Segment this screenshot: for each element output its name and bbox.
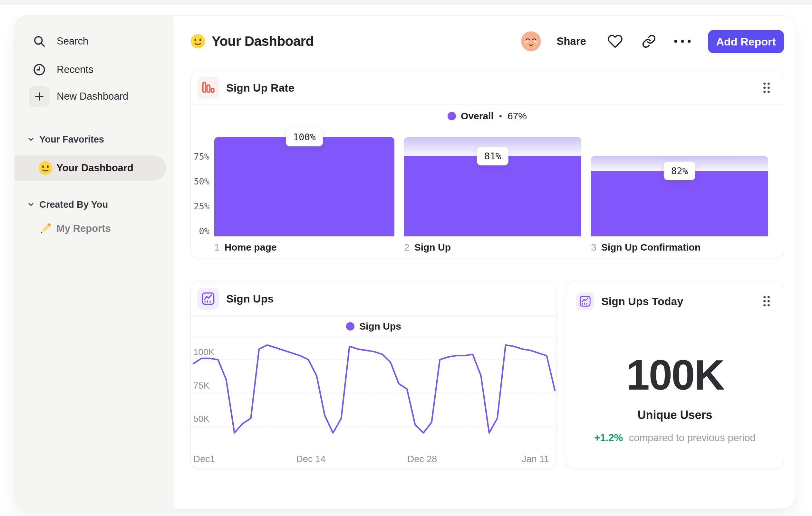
funnel-step-name: Home page — [225, 242, 277, 252]
share-label: Share — [556, 35, 586, 47]
funnel-y-tick-label: 50% — [191, 176, 209, 187]
add-report-button[interactable]: Add Report — [708, 30, 784, 53]
line-chart-plot[interactable]: 100K75K50K — [191, 337, 557, 449]
funnel-y-tick-label: 0% — [191, 225, 209, 237]
legend[interactable]: Sign Ups — [191, 316, 556, 337]
sidebar-item-search[interactable]: Search — [15, 29, 173, 54]
legend-series-label: Sign Ups — [359, 321, 401, 332]
funnel-bar[interactable] — [591, 171, 768, 236]
pencil-emoji-icon — [38, 222, 53, 236]
card-header: Sign Ups Today — [566, 282, 784, 321]
funnel-step-name: Sign Up Confirmation — [601, 242, 700, 252]
smiley-emoji-icon — [191, 34, 205, 49]
funnel-step-name: Sign Up — [414, 242, 451, 252]
screen-top-edge — [0, 0, 812, 5]
funnel-chart: 75%50%25%0%100%1Home page81%2Sign Up82%3… — [191, 71, 784, 258]
sidebar-section-created-by-you[interactable]: Created By You — [27, 198, 108, 211]
delta-percentage: +1.2% — [594, 432, 623, 443]
funnel-step-label: 2Sign Up — [404, 242, 451, 253]
ellipsis-icon — [673, 39, 692, 43]
y-axis-label: 50K — [193, 414, 209, 424]
card-header: Sign Ups — [191, 282, 556, 316]
clock-icon — [29, 59, 50, 80]
favorite-button[interactable] — [607, 33, 623, 49]
plus-icon — [29, 86, 50, 107]
smiley-emoji-icon — [38, 161, 53, 175]
delta-note: compared to previous period — [629, 432, 756, 443]
funnel-step-index: 3 — [591, 242, 597, 252]
signups-line-series[interactable] — [193, 345, 555, 433]
funnel-y-tick-label: 75% — [191, 151, 209, 163]
x-axis-label: Dec 14 — [296, 454, 326, 464]
sidebar-item-recents[interactable]: Recents — [15, 57, 173, 82]
sidebar-item-your-dashboard[interactable]: Your Dashboard — [15, 156, 166, 181]
line-chart-icon — [197, 288, 219, 309]
sidebar-item-label: Search — [57, 35, 88, 47]
line-chart-icon — [576, 292, 594, 310]
link-icon — [642, 34, 656, 48]
face-avatar-icon — [521, 31, 541, 51]
funnel-step-label: 1Home page — [214, 242, 277, 253]
funnel-bar[interactable] — [214, 137, 395, 236]
section-label: Your Favorites — [39, 134, 104, 145]
card-title: Sign Ups — [226, 293, 273, 305]
heart-icon — [607, 33, 623, 49]
desktop-background: Search Recents New Dashboard — [0, 0, 812, 516]
y-axis-label: 75K — [193, 381, 209, 390]
x-axis-label: Dec1 — [193, 454, 215, 464]
x-axis: Dec1Dec 14Dec 28Jan 11 — [191, 449, 556, 469]
funnel-step-label: 3Sign Up Confirmation — [591, 242, 700, 253]
copy-link-button[interactable] — [642, 34, 656, 48]
funnel-step-index: 2 — [404, 242, 410, 252]
x-axis-label: Jan 11 — [522, 454, 549, 464]
metric-label: Unique Users — [566, 408, 784, 422]
more-options-button[interactable] — [673, 39, 692, 43]
conversion-badge: 100% — [286, 128, 323, 146]
x-axis-label: Dec 28 — [407, 454, 437, 464]
funnel-y-tick-label: 25% — [191, 200, 209, 212]
funnel-step-index: 1 — [214, 242, 220, 252]
signups-today-card: Sign Ups Today 100K Unique Users +1.2% c… — [566, 281, 784, 469]
y-axis-label: 100K — [193, 347, 214, 357]
signups-line-card: Sign Ups Sign Ups 100K75K50K Dec1Dec 14D… — [191, 281, 557, 469]
chevron-down-icon — [27, 201, 34, 208]
chevron-down-icon — [27, 136, 34, 143]
sidebar-item-label: Recents — [57, 64, 93, 76]
sidebar-section-your-favorites[interactable]: Your Favorites — [27, 133, 104, 145]
drag-handle-icon[interactable] — [762, 295, 771, 307]
app-window: Search Recents New Dashboard — [14, 16, 795, 509]
page-title-text: Your Dashboard — [212, 33, 314, 49]
conversion-badge: 82% — [664, 162, 695, 180]
card-title: Sign Ups Today — [601, 295, 683, 308]
metric-delta: +1.2% compared to previous period — [566, 432, 784, 444]
sidebar-item-label: My Reports — [56, 223, 111, 235]
sidebar-item-label: Your Dashboard — [56, 162, 134, 174]
avatar[interactable] — [521, 31, 541, 51]
legend-dot — [346, 322, 354, 331]
sidebar-item-label: New Dashboard — [57, 91, 128, 102]
main-content: Your Dashboard Share — [173, 16, 795, 509]
signup-rate-card: Sign Up Rate Overall • 67% 75%50%25%0%10… — [191, 71, 784, 258]
share-button[interactable]: Share — [556, 35, 586, 47]
section-label: Created By You — [39, 199, 108, 210]
conversion-badge: 81% — [477, 147, 509, 165]
search-icon — [29, 31, 50, 52]
sidebar: Search Recents New Dashboard — [15, 16, 173, 509]
page-title: Your Dashboard — [191, 16, 314, 67]
metric-value: 100K — [566, 354, 784, 396]
funnel-bar[interactable] — [404, 156, 581, 236]
sidebar-item-new-dashboard[interactable]: New Dashboard — [15, 84, 173, 109]
